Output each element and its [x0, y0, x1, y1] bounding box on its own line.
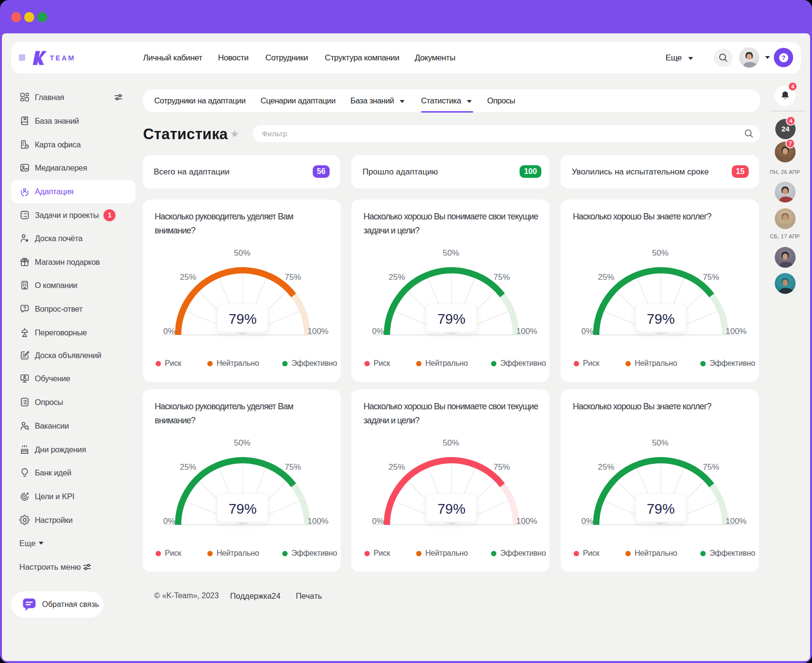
svg-text:75%: 75% [493, 462, 510, 472]
svg-text:0%: 0% [372, 517, 384, 526]
svg-text:50%: 50% [652, 248, 668, 258]
svg-text:79%: 79% [437, 311, 465, 327]
svg-text:25%: 25% [180, 462, 196, 472]
svg-text:100%: 100% [725, 327, 746, 336]
svg-text:50%: 50% [443, 438, 459, 447]
svg-text:79%: 79% [647, 501, 675, 517]
svg-text:100%: 100% [516, 517, 537, 526]
svg-text:50%: 50% [234, 438, 250, 447]
svg-text:25%: 25% [389, 462, 405, 472]
svg-text:75%: 75% [703, 462, 719, 472]
svg-text:79%: 79% [437, 501, 465, 517]
svg-text:25%: 25% [598, 462, 614, 472]
svg-text:75%: 75% [285, 462, 301, 472]
svg-text:100%: 100% [725, 517, 746, 526]
svg-text:79%: 79% [229, 311, 257, 327]
svg-text:79%: 79% [229, 501, 257, 517]
svg-text:25%: 25% [389, 273, 405, 282]
svg-text:50%: 50% [652, 438, 668, 447]
svg-text:100%: 100% [307, 327, 328, 336]
svg-text:50%: 50% [234, 248, 250, 258]
svg-text:100%: 100% [307, 517, 328, 526]
svg-text:0%: 0% [372, 327, 384, 336]
svg-text:0%: 0% [581, 327, 594, 336]
svg-text:75%: 75% [285, 273, 301, 282]
svg-text:50%: 50% [443, 248, 459, 258]
svg-text:75%: 75% [703, 273, 719, 282]
svg-text:79%: 79% [647, 311, 675, 327]
svg-text:0%: 0% [163, 327, 175, 336]
svg-text:25%: 25% [180, 273, 196, 282]
svg-text:25%: 25% [598, 273, 614, 282]
svg-text:0%: 0% [581, 517, 594, 526]
svg-text:75%: 75% [493, 273, 510, 282]
svg-text:100%: 100% [516, 327, 537, 336]
svg-text:0%: 0% [163, 517, 175, 526]
